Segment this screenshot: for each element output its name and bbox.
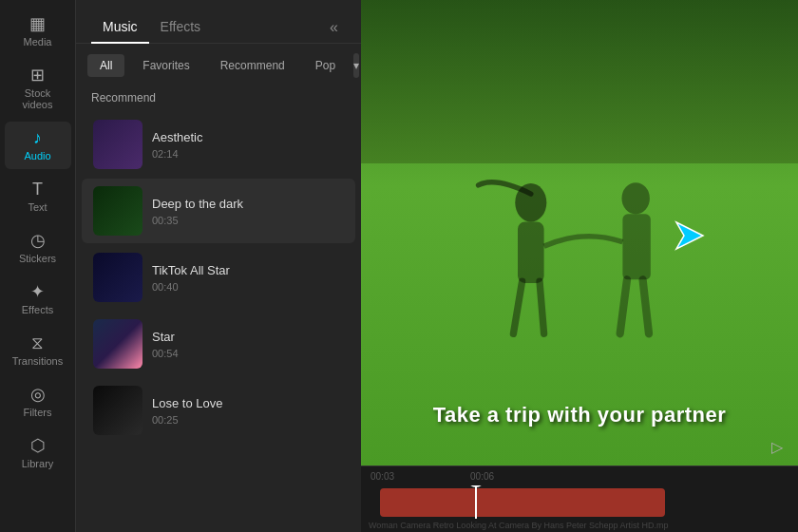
music-info-2: Deep to the dark 00:35	[152, 197, 344, 226]
video-background: Take a trip with your partner ▷	[361, 0, 798, 466]
sidebar-item-audio[interactable]: ♪ Audio	[5, 122, 71, 169]
music-list: Aesthetic 02:14 Deep to the dark 00:35 T…	[76, 110, 361, 532]
timestamp-2: 00:06	[470, 471, 494, 482]
library-icon: ⬡	[30, 437, 46, 454]
filter-bar: AllFavoritesRecommendPop▾	[76, 44, 361, 87]
music-thumb-3	[93, 253, 142, 302]
timeline-tracks[interactable]	[361, 485, 798, 519]
audio-label: Audio	[24, 150, 50, 162]
music-info-1: Aesthetic 02:14	[152, 130, 344, 160]
library-label: Library	[22, 458, 54, 469]
video-preview: Take a trip with your partner ▷	[361, 0, 798, 466]
sidebar-item-stock-videos[interactable]: ⊞ Stock videos	[5, 59, 71, 118]
tab-music[interactable]: Music	[91, 11, 149, 44]
music-item-2[interactable]: Deep to the dark 00:35	[82, 179, 355, 243]
collapse-button[interactable]: «	[322, 15, 346, 40]
svg-marker-0	[676, 222, 703, 249]
filters-label: Filters	[24, 407, 52, 418]
sidebar-item-text[interactable]: T Text	[5, 173, 71, 220]
stickers-icon: ◷	[30, 232, 46, 249]
section-label: Recommend	[76, 87, 361, 110]
filter-dropdown[interactable]: ▾	[353, 53, 359, 78]
text-icon: T	[32, 180, 43, 198]
svg-point-3	[621, 182, 649, 214]
sidebar-item-transitions[interactable]: ⧖ Transitions	[5, 327, 71, 374]
music-title-5: Lose to Love	[152, 396, 344, 410]
filters-icon: ◎	[30, 386, 46, 403]
transitions-icon: ⧖	[31, 334, 44, 352]
video-play-button[interactable]: ▷	[771, 438, 783, 456]
music-duration-3: 00:40	[152, 281, 344, 293]
music-item-1[interactable]: Aesthetic 02:14	[82, 112, 355, 177]
sidebar-item-media[interactable]: ▦ Media	[5, 8, 71, 55]
music-title-1: Aesthetic	[152, 130, 344, 144]
music-info-4: Star 00:54	[152, 330, 344, 359]
music-title-2: Deep to the dark	[152, 197, 344, 211]
sidebar-item-library[interactable]: ⬡ Library	[5, 429, 71, 477]
media-icon: ▦	[29, 15, 46, 32]
panel-tabs: MusicEffects«	[76, 0, 361, 44]
svg-rect-4	[622, 214, 650, 279]
main-content: Take a trip with your partner ▷ 00:03 00…	[361, 0, 798, 532]
watermark: Woman Camera Retro Looking At Camera By …	[361, 519, 798, 532]
music-thumb-1	[93, 120, 142, 169]
music-thumb-2	[93, 186, 142, 236]
transitions-label: Transitions	[12, 355, 63, 367]
stock-videos-label: Stock videos	[9, 87, 67, 110]
effects-icon: ✦	[30, 283, 45, 300]
playhead	[475, 485, 477, 519]
cursor-arrow	[673, 218, 707, 256]
music-duration-2: 00:35	[152, 215, 344, 226]
music-duration-4: 00:54	[152, 348, 344, 359]
text-label: Text	[28, 201, 47, 213]
sidebar: ▦ Media ⊞ Stock videos ♪ Audio T Text ◷ …	[0, 0, 76, 532]
video-caption: Take a trip with your partner	[433, 403, 727, 428]
timeline: 00:03 00:06 Woman Camera Retro Looking A…	[361, 466, 798, 532]
audio-icon: ♪	[33, 129, 42, 146]
music-item-3[interactable]: TikTok All Star 00:40	[82, 245, 355, 310]
tab-effects[interactable]: Effects	[149, 11, 213, 44]
music-thumb-5	[93, 386, 142, 435]
music-duration-5: 00:25	[152, 414, 344, 426]
stock-videos-icon: ⊞	[30, 66, 45, 84]
music-title-3: TikTok All Star	[152, 263, 344, 277]
filter-recommend[interactable]: Recommend	[208, 54, 297, 77]
svg-rect-2	[518, 222, 544, 283]
timestamp-1: 00:03	[370, 471, 394, 482]
sidebar-item-filters[interactable]: ◎ Filters	[5, 378, 71, 426]
filter-pop[interactable]: Pop	[303, 54, 348, 77]
filter-favorites[interactable]: Favorites	[130, 54, 201, 77]
music-item-4[interactable]: Star 00:54	[82, 312, 355, 376]
music-title-4: Star	[152, 330, 344, 344]
video-track	[380, 488, 665, 517]
music-info-5: Lose to Love 00:25	[152, 396, 344, 426]
sidebar-item-effects[interactable]: ✦ Effects	[5, 276, 71, 323]
music-duration-1: 02:14	[152, 148, 344, 160]
effects-label: Effects	[22, 304, 53, 315]
filter-all[interactable]: All	[87, 54, 124, 77]
sidebar-item-stickers[interactable]: ◷ Stickers	[5, 224, 71, 272]
media-label: Media	[24, 36, 52, 48]
stickers-label: Stickers	[19, 253, 56, 264]
music-info-3: TikTok All Star 00:40	[152, 263, 344, 293]
audio-panel: MusicEffects« AllFavoritesRecommendPop▾ …	[76, 0, 361, 532]
timeline-ruler: 00:03 00:06	[361, 466, 798, 485]
music-item-5[interactable]: Lose to Love 00:25	[82, 378, 355, 443]
music-thumb-4	[93, 319, 142, 369]
